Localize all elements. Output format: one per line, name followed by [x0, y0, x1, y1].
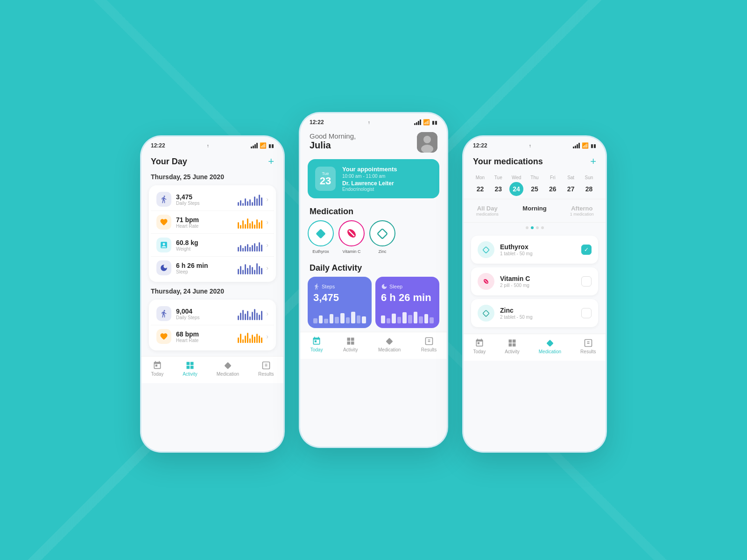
pill-zinc[interactable]: Zinc — [369, 220, 395, 254]
metric-row-steps-2[interactable]: 9,004 Daily Steps › — [151, 302, 274, 325]
phone-left: 12:22 ↑ 📶 ▮▮ Your Day + Thursday, 25 Jun… — [140, 135, 285, 453]
heart-chart-1 — [238, 216, 262, 229]
steps-card[interactable]: Steps 3,475 — [308, 277, 372, 328]
nav-medication-right[interactable]: Medication — [539, 338, 561, 354]
cal-day-fri[interactable]: Fri 26 — [545, 175, 561, 196]
nav-today-center[interactable]: Today — [310, 336, 323, 352]
time-tab-allday-sub: medications — [467, 212, 507, 217]
nav-results-label-right: Results — [580, 349, 596, 354]
steps-label-2: Daily Steps — [176, 315, 238, 320]
avatar — [417, 132, 437, 153]
med-icon-zinc — [478, 305, 494, 322]
heart-info-1: 71 bpm Heart Rate — [176, 216, 238, 229]
chevron-weight-1: › — [266, 241, 268, 249]
sleep-card[interactable]: Sleep 6 h 26 min — [375, 277, 439, 328]
add-button-right[interactable]: + — [590, 155, 596, 168]
med-item-euthyrox[interactable]: Euthyrox 1 tablet - 50 mg ✓ — [471, 236, 598, 264]
nav-activity-label-center: Activity — [343, 347, 358, 352]
battery-icon-center: ▮▮ — [432, 120, 437, 125]
med-dose-vitaminc: 2 pill - 500 mg — [500, 283, 530, 288]
heart-label-2: Heart Rate — [176, 338, 238, 343]
sleep-value-1: 6 h 26 min — [176, 262, 238, 269]
arrow-left: ↑ — [207, 143, 209, 148]
bottom-nav-center: Today Activity Medication Results — [300, 332, 447, 359]
today-header: Good Morning, Julia — [300, 128, 447, 155]
cal-day-wed[interactable]: Wed 24 — [508, 175, 524, 196]
nav-activity-right[interactable]: Activity — [505, 338, 520, 354]
grid-icon-right — [507, 338, 517, 348]
cal-day-sat[interactable]: Sat 27 — [563, 175, 579, 196]
sleep-card-bars — [381, 310, 434, 323]
heart-info-2: 68 bpm Heart Rate — [176, 330, 238, 343]
med-item-vitaminc[interactable]: Vitamin C 2 pill - 500 mg — [471, 267, 598, 295]
sleep-icon — [156, 260, 171, 275]
nav-activity-center[interactable]: Activity — [343, 336, 358, 352]
nav-medication-left[interactable]: Medication — [217, 360, 239, 377]
pill-vitaminc[interactable]: Vitamin C — [338, 220, 365, 254]
steps-icon-2 — [156, 306, 171, 321]
metric-row-sleep-1[interactable]: 6 h 26 min Sleep › — [151, 257, 274, 279]
nav-results-center[interactable]: Results — [421, 336, 437, 352]
nav-today-label-center: Today — [310, 347, 323, 352]
bottom-nav-right: Today Activity Medication Results — [464, 334, 606, 361]
med-check-zinc[interactable] — [581, 308, 592, 318]
heart-value-2: 68 bpm — [176, 330, 238, 338]
apt-doctor: Dr. Lawrence Leiter — [342, 180, 432, 187]
cal-day-tue[interactable]: Tue 23 — [490, 175, 506, 196]
signal-icon — [251, 143, 258, 148]
med-check-vitaminc[interactable] — [581, 276, 592, 287]
medication-section-title: Medication — [300, 202, 447, 220]
nav-results-right[interactable]: Results — [580, 338, 596, 354]
med-info-vitaminc: Vitamin C 2 pill - 500 mg — [500, 275, 530, 288]
pill-label-euthyrox: Euthyrox — [312, 249, 329, 254]
weight-icon — [156, 238, 171, 252]
metric-row-weight-1[interactable]: 60.8 kg Weight › — [151, 234, 274, 257]
med-item-zinc[interactable]: Zinc 2 tablet - 50 mg — [471, 299, 598, 327]
tab-dot-4 — [541, 226, 544, 229]
weight-label-1: Weight — [176, 246, 238, 252]
apt-title: Your appointments — [342, 166, 432, 173]
activity-title: Your Day — [151, 157, 187, 167]
sleep-label-1: Sleep — [176, 269, 238, 274]
day-section-1: Thursday, 25 June 2020 3,475 Daily Steps — [141, 173, 283, 287]
sleep-chart-1 — [238, 261, 262, 274]
add-button-left[interactable]: + — [268, 155, 274, 168]
metric-row-heart-2[interactable]: 68 bpm Heart Rate › — [151, 325, 274, 348]
activity-header: Your Day + — [141, 152, 283, 173]
med-name-euthyrox: Euthyrox — [500, 243, 532, 251]
nav-results-left[interactable]: Results — [258, 360, 274, 377]
daily-activity-title: Daily Activity — [300, 259, 447, 277]
weight-chart-1 — [238, 238, 262, 252]
med-name-vitaminc: Vitamin C — [500, 275, 530, 282]
metric-row-steps-1[interactable]: 3,475 Daily Steps › — [151, 188, 274, 211]
cal-day-mon[interactable]: Mon 22 — [472, 175, 488, 196]
nav-medication-center[interactable]: Medication — [378, 336, 401, 352]
time-tab-afternoon[interactable]: Afterno 1 medication — [558, 203, 606, 218]
cal-day-sun[interactable]: Sun 28 — [581, 175, 597, 196]
nav-today-left[interactable]: Today — [151, 360, 163, 377]
cal-day-name-thu: Thu — [530, 175, 538, 180]
status-icons-right: 📶 ▮▮ — [573, 142, 596, 149]
time-tab-allday[interactable]: All Day medications — [464, 203, 511, 218]
steps-card-value: 3,475 — [313, 292, 366, 304]
nav-activity-left[interactable]: Activity — [183, 360, 197, 377]
heart-icon-2 — [156, 329, 171, 344]
med-check-euthyrox[interactable]: ✓ — [581, 245, 592, 255]
nav-activity-label-right: Activity — [505, 349, 520, 354]
arrow-right: ↑ — [529, 143, 531, 148]
pill-euthyrox[interactable]: Euthyrox — [308, 220, 334, 254]
metric-row-heart-1[interactable]: 71 bpm Heart Rate › — [151, 211, 274, 234]
steps-icon — [156, 192, 171, 207]
time-tab-morning[interactable]: Morning — [511, 203, 558, 218]
cal-day-thu[interactable]: Thu 25 — [527, 175, 543, 196]
phone-center: 12:22 ↑ 📶 ▮▮ Good Morning, Julia — [299, 112, 448, 448]
sleep-card-value: 6 h 26 min — [381, 292, 434, 304]
nav-medication-label-left: Medication — [217, 371, 239, 377]
appointment-card[interactable]: Tue 23 Your appointments 10:00 am - 11:0… — [308, 159, 439, 198]
phones-container: 12:22 ↑ 📶 ▮▮ Your Day + Thursday, 25 Jun… — [140, 107, 607, 453]
steps-card-label: Steps — [313, 283, 366, 290]
nav-today-right[interactable]: Today — [473, 338, 486, 354]
heart-icon — [156, 215, 171, 230]
med-dose-zinc: 2 tablet - 50 mg — [500, 315, 532, 320]
time-tab-morning-label: Morning — [514, 205, 554, 212]
